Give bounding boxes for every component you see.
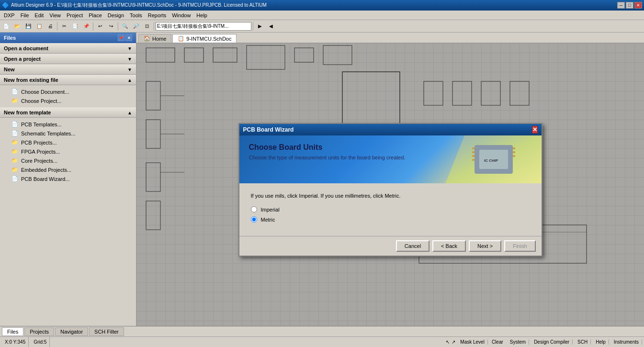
menu-file[interactable]: File — [18, 11, 32, 19]
sch-filter-tab[interactable]: SCH Filter — [89, 327, 124, 336]
toolbar-paste[interactable]: 📌 — [81, 21, 91, 32]
finish-button[interactable]: Finish — [504, 240, 535, 252]
wizard-dialog: PCB Board Wizard ✕ Choose Board Units Ch… — [238, 123, 542, 257]
toolbar-path-input[interactable] — [156, 22, 251, 31]
schematic-tab[interactable]: 📋 9-INTMCU.SchDoc — [172, 34, 237, 43]
toolbar-zoom-out[interactable]: 🔎 — [131, 21, 141, 32]
wizard-icon: 📄 — [11, 176, 18, 182]
open-project-toggle[interactable]: ▼ — [127, 56, 132, 62]
toolbar-redo[interactable]: ↪ — [106, 21, 116, 32]
embedded-projects-item[interactable]: 📁 Embedded Projects... — [0, 165, 136, 174]
new-from-template-toggle[interactable]: ▲ — [127, 110, 132, 115]
svg-rect-35 — [513, 147, 515, 149]
menu-view[interactable]: View — [46, 11, 64, 19]
sch-text: SCH — [577, 339, 588, 345]
help-section[interactable]: Help — [593, 339, 609, 345]
toolbar-browse[interactable]: ▶ — [255, 21, 265, 32]
pcb-board-wizard-item[interactable]: 📄 PCB Board Wizard... — [0, 174, 136, 183]
toolbar-save-all[interactable]: 📋 — [34, 21, 45, 32]
toolbar-zoom-fit[interactable]: ⊡ — [142, 21, 152, 32]
open-document-toggle[interactable]: ▼ — [127, 46, 132, 51]
back-button[interactable]: < Back — [432, 240, 466, 252]
instruments-section[interactable]: Instruments — [611, 339, 642, 345]
files-tab[interactable]: Files — [2, 327, 23, 336]
open-document-section[interactable]: Open a document ▼ — [0, 43, 136, 54]
metric-option[interactable]: Metric — [251, 216, 530, 223]
menu-reports[interactable]: Reports — [145, 11, 169, 19]
toolbar-zoom-in[interactable]: 🔍 — [120, 21, 130, 32]
fpga-projects-item[interactable]: 📁 FPGA Projects... — [0, 147, 136, 156]
coordinates: X:0 Y:345 — [2, 337, 29, 347]
panel-close-button[interactable]: ✕ — [125, 34, 132, 41]
new-label: New — [4, 67, 15, 72]
pcb-templates-item[interactable]: 📄 PCB Templates... — [0, 120, 136, 129]
system-section[interactable]: System — [507, 339, 529, 345]
wizard-instruction: If you use mils, click Imperial. If you … — [251, 193, 530, 199]
menu-project[interactable]: Project — [64, 11, 86, 19]
menu-tools[interactable]: Tools — [127, 11, 145, 19]
new-from-existing-toggle[interactable]: ▲ — [127, 78, 132, 83]
menu-dxp[interactable]: DXP — [1, 11, 18, 19]
metric-radio[interactable] — [251, 216, 257, 223]
schematic-view[interactable]: ATMEGA16 — [136, 43, 644, 326]
close-button[interactable]: ✕ — [634, 2, 642, 9]
toolbar-back[interactable]: ◀ — [266, 21, 276, 32]
home-tab[interactable]: 🏠 Home — [138, 34, 171, 43]
panel-pin-button[interactable]: 📌 — [118, 34, 124, 41]
sch-section[interactable]: SCH — [575, 339, 591, 345]
toolbar-undo[interactable]: ↩ — [95, 21, 105, 32]
design-compiler-text: Design Compiler — [534, 339, 569, 345]
menu-place[interactable]: Place — [86, 11, 105, 19]
wizard-subtitle: Choose the type of measurement units for… — [249, 155, 406, 160]
embedded-proj-icon: 📁 — [11, 167, 18, 173]
new-from-existing-items: 📄 Choose Document... 📁 Choose Project... — [0, 85, 136, 107]
new-from-template-section[interactable]: New from template ▲ — [0, 107, 136, 118]
toolbar-new[interactable]: 📄 — [1, 21, 11, 32]
navigator-tab[interactable]: Navigator — [55, 327, 88, 336]
mask-level-text: Mask Level — [460, 339, 485, 345]
menu-design[interactable]: Design — [105, 11, 127, 19]
menu-help[interactable]: Help — [193, 11, 210, 19]
design-compiler-section[interactable]: Design Compiler — [531, 339, 573, 345]
title-text: Altium Designer 6.9 - E:\项目七集\转接板合集\9-IN… — [11, 2, 617, 9]
imperial-radio[interactable] — [251, 206, 257, 213]
schematic-tab-icon: 📋 — [178, 35, 184, 42]
maximize-button[interactable]: □ — [626, 2, 633, 9]
new-from-existing-label: New from existing file — [4, 77, 58, 83]
next-button[interactable]: Next > — [469, 240, 501, 252]
window-controls: ─ □ ✕ — [617, 2, 642, 9]
cancel-button[interactable]: Cancel — [396, 240, 429, 252]
toolbar-copy[interactable]: 📑 — [70, 21, 80, 32]
minimize-button[interactable]: ─ — [617, 2, 625, 9]
core-projects-item[interactable]: 📁 Core Projects... — [0, 156, 136, 165]
menu-edit[interactable]: Edit — [32, 11, 46, 19]
new-from-existing-section[interactable]: New from existing file ▲ — [0, 75, 136, 85]
wizard-close-button[interactable]: ✕ — [532, 126, 538, 134]
toolbar-sep-2 — [93, 22, 93, 31]
metric-label[interactable]: Metric — [261, 217, 275, 223]
projects-tab[interactable]: Projects — [24, 327, 54, 336]
svg-text:IC CHIP: IC CHIP — [484, 158, 498, 163]
open-project-section[interactable]: Open a project ▼ — [0, 54, 136, 64]
sch-template-icon: 📄 — [11, 130, 18, 136]
menu-window[interactable]: Window — [169, 11, 193, 19]
pcb-projects-item[interactable]: 📁 PCB Projects... — [0, 138, 136, 147]
wizard-header: Choose Board Units Choose the type of me… — [239, 135, 542, 183]
schematic-templates-item[interactable]: 📄 Schematic Templates... — [0, 129, 136, 138]
toolbar-open[interactable]: 📂 — [12, 21, 23, 32]
instruments-text: Instruments — [614, 339, 639, 345]
choose-document-item[interactable]: 📄 Choose Document... — [0, 87, 136, 96]
imperial-label[interactable]: Imperial — [261, 207, 280, 213]
toolbar-sep-4 — [154, 22, 154, 31]
imperial-option[interactable]: Imperial — [251, 206, 530, 213]
choose-project-item[interactable]: 📁 Choose Project... — [0, 96, 136, 105]
toolbar-cut[interactable]: ✂ — [59, 21, 69, 32]
new-section[interactable]: New ▼ — [0, 64, 136, 75]
pcb-template-icon: 📄 — [11, 121, 18, 127]
toolbar-save[interactable]: 💾 — [23, 21, 34, 32]
toolbar-print[interactable]: 🖨 — [45, 21, 56, 32]
new-toggle[interactable]: ▼ — [127, 67, 132, 72]
tab-bar: 🏠 Home 📋 9-INTMCU.SchDoc — [136, 33, 644, 43]
panel-controls: 📌 ✕ — [118, 34, 132, 41]
clear-text[interactable]: Clear — [490, 339, 505, 345]
